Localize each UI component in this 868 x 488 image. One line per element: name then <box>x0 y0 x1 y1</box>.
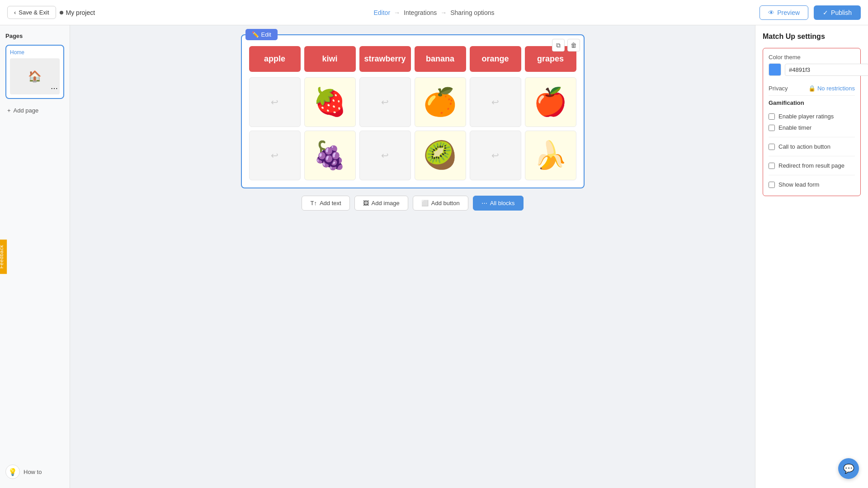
privacy-value[interactable]: 🔒 No restrictions <box>808 85 855 92</box>
divider-3 <box>769 175 855 175</box>
fruit-name-kiwi[interactable]: kiwi <box>304 46 356 72</box>
rotate-icon-5: ↩ <box>381 150 389 161</box>
fruit-names-row: apple kiwi strawberry banana orange grap… <box>249 46 576 72</box>
fruit-name-orange[interactable]: orange <box>470 46 521 72</box>
enable-ratings-label[interactable]: Enable player ratings <box>778 113 834 120</box>
nav-arrow-2: → <box>440 9 447 16</box>
chat-icon: 💬 <box>843 463 854 474</box>
apple-emoji: 🍎 <box>533 89 567 116</box>
nav-editor[interactable]: Editor <box>373 9 390 16</box>
fruit-cell-empty-4[interactable]: ↩ <box>249 131 301 180</box>
enable-timer-row: Enable timer <box>769 122 855 133</box>
add-button-button[interactable]: ⬜ Add button <box>413 196 468 211</box>
divider-2 <box>769 156 855 156</box>
lead-form-label[interactable]: Show lead form <box>778 181 819 188</box>
enable-ratings-row: Enable player ratings <box>769 111 855 122</box>
add-page-button[interactable]: + Add page <box>5 104 64 117</box>
fruit-cell-banana[interactable]: 🍌 <box>525 131 576 180</box>
pages-heading: Pages <box>5 33 64 39</box>
add-image-button[interactable]: 🖼 Add image <box>354 196 408 211</box>
how-to-link[interactable]: 💡 How to <box>5 465 42 479</box>
orange-emoji: 🍊 <box>423 89 457 116</box>
fruit-cell-orange[interactable]: 🍊 <box>415 77 466 127</box>
fruit-cell-grapes[interactable]: 🍇 <box>304 131 356 180</box>
preview-button[interactable]: 👁 Preview <box>760 5 808 20</box>
fruit-cell-empty-2[interactable]: ↩ <box>359 77 411 127</box>
color-swatch[interactable] <box>769 63 781 76</box>
enable-ratings-checkbox[interactable] <box>769 113 775 120</box>
fruit-cell-apple[interactable]: 🍎 <box>525 77 576 127</box>
strawberry-emoji: 🍓 <box>313 89 347 116</box>
button-icon: ⬜ <box>421 200 429 206</box>
nav-integrations[interactable]: Integrations <box>404 9 437 16</box>
enable-timer-label[interactable]: Enable timer <box>778 124 811 131</box>
enable-timer-checkbox[interactable] <box>769 125 775 131</box>
nav-sharing[interactable]: Sharing options <box>450 9 494 16</box>
fruit-cell-empty-6[interactable]: ↩ <box>470 131 521 180</box>
redirect-row: Redirect from result page <box>769 160 855 171</box>
cta-row: Call to action button <box>769 141 855 152</box>
project-name: My project <box>60 9 95 16</box>
divider-1 <box>769 137 855 137</box>
eye-icon: 👁 <box>768 9 774 16</box>
redirect-label[interactable]: Redirect from result page <box>778 162 844 169</box>
topbar-nav: Editor → Integrations → Sharing options <box>373 9 494 16</box>
plus-icon: + <box>7 107 11 114</box>
kiwi-emoji: 🥝 <box>423 142 457 169</box>
game-widget: ✏️ Edit ⧉ 🗑 apple kiwi strawberry ba <box>241 34 585 188</box>
rotate-icon-2: ↩ <box>381 97 389 108</box>
rotate-icon-3: ↩ <box>491 97 499 108</box>
cta-label[interactable]: Call to action button <box>778 143 830 150</box>
chevron-left-icon: ‹ <box>14 9 16 16</box>
dot-icon <box>60 11 63 14</box>
pencil-icon: ✏️ <box>252 31 259 38</box>
home-icon: 🏠 <box>28 70 42 83</box>
settings-title: Match Up settings <box>763 33 861 41</box>
nav-arrow-1: → <box>394 9 400 16</box>
rotate-icon-1: ↩ <box>271 97 278 108</box>
canvas-area: ✏️ Edit ⧉ 🗑 apple kiwi strawberry ba <box>70 25 755 488</box>
fruit-cell-kiwi[interactable]: 🥝 <box>415 131 466 180</box>
color-theme-label: Color theme <box>769 54 855 61</box>
fruit-cell-empty-5[interactable]: ↩ <box>359 131 411 180</box>
widget-actions: ⧉ 🗑 <box>552 39 580 52</box>
publish-button[interactable]: ✓ Publish <box>814 5 861 20</box>
color-input-row <box>769 63 855 76</box>
fruit-cell-strawberry[interactable]: 🍓 <box>304 77 356 127</box>
fruit-cell-empty-3[interactable]: ↩ <box>470 77 521 127</box>
all-blocks-button[interactable]: ⋯ All blocks <box>473 196 524 211</box>
more-options-icon[interactable]: ⋯ <box>51 84 58 93</box>
page-card-label: Home <box>10 49 60 56</box>
settings-panel: Match Up settings Color theme Privacy 🔒 … <box>755 25 868 488</box>
chat-button[interactable]: 💬 <box>838 458 859 479</box>
lead-form-row: Show lead form <box>769 179 855 190</box>
add-text-button[interactable]: T↑ Add text <box>302 196 349 211</box>
canvas-toolbar: T↑ Add text 🖼 Add image ⬜ Add button ⋯ A… <box>302 196 523 211</box>
lock-icon: 🔒 <box>808 85 816 92</box>
gamification-label: Gamification <box>769 99 855 106</box>
blocks-icon: ⋯ <box>481 200 487 206</box>
cta-checkbox[interactable] <box>769 144 775 150</box>
duplicate-button[interactable]: ⧉ <box>552 39 565 52</box>
delete-button[interactable]: 🗑 <box>567 39 580 52</box>
color-theme-row: Color theme <box>769 54 855 76</box>
fruit-cell-empty-1[interactable]: ↩ <box>249 77 301 127</box>
feedback-tab[interactable]: Feedback <box>0 239 7 274</box>
main-layout: Feedback Pages Home 🏠 ⋯ + Add page 💡 How… <box>0 25 868 488</box>
sidebar: Feedback Pages Home 🏠 ⋯ + Add page 💡 How… <box>0 25 70 488</box>
lead-form-checkbox[interactable] <box>769 182 775 188</box>
privacy-row: Privacy 🔒 No restrictions <box>769 81 855 96</box>
page-card-home[interactable]: Home 🏠 ⋯ <box>5 45 64 99</box>
topbar-right: 👁 Preview ✓ Publish <box>760 5 861 20</box>
color-hex-input[interactable] <box>785 64 868 76</box>
redirect-checkbox[interactable] <box>769 163 775 169</box>
fruit-image-grid: ↩ 🍓 ↩ 🍊 ↩ 🍎 ↩ <box>249 77 576 180</box>
fruit-name-banana[interactable]: banana <box>415 46 466 72</box>
topbar: ‹ Save & Exit My project Editor → Integr… <box>0 0 868 25</box>
check-icon: ✓ <box>823 9 828 16</box>
fruit-name-apple[interactable]: apple <box>249 46 301 72</box>
edit-button[interactable]: ✏️ Edit <box>245 29 278 40</box>
fruit-name-strawberry[interactable]: strawberry <box>359 46 411 72</box>
privacy-label: Privacy <box>769 85 788 92</box>
save-exit-button[interactable]: ‹ Save & Exit <box>7 6 56 19</box>
